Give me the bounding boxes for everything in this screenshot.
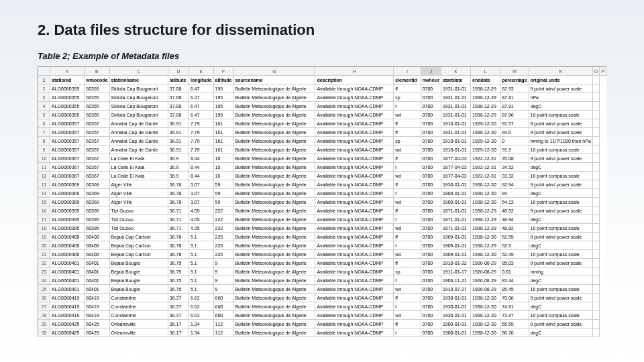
- cell[interactable]: ff: [394, 294, 421, 302]
- cell[interactable]: 1929-12-30: [471, 119, 500, 128]
- cell[interactable]: 5.1: [189, 276, 214, 285]
- cell[interactable]: 9: [213, 285, 233, 294]
- cell[interactable]: 161: [213, 137, 233, 145]
- cell[interactable]: degC: [529, 189, 592, 198]
- cell[interactable]: t: [394, 189, 421, 198]
- header-cell[interactable]: elementid: [394, 76, 421, 84]
- cell[interactable]: ALG0060401: [50, 276, 85, 285]
- col-H[interactable]: H: [315, 67, 394, 76]
- cell[interactable]: 6.47: [189, 102, 214, 111]
- cell[interactable]: 225: [213, 241, 233, 250]
- cell[interactable]: Orleansville: [109, 320, 168, 328]
- cell[interactable]: 85.03: [500, 259, 529, 267]
- cell[interactable]: 60419: [85, 311, 109, 320]
- cell[interactable]: 1906-11-21: [441, 276, 470, 285]
- cell[interactable]: [592, 137, 600, 145]
- cell[interactable]: Bejaia Cap Carbon: [109, 241, 168, 250]
- cell[interactable]: Bulletin Meteorologique de Algerie: [233, 267, 315, 276]
- cell[interactable]: [592, 215, 600, 224]
- col-D[interactable]: D: [168, 67, 189, 76]
- cell[interactable]: wd: [394, 145, 421, 154]
- col-B[interactable]: B: [85, 67, 109, 76]
- cell[interactable]: Available through NOAA-CDMP: [315, 102, 394, 111]
- cell[interactable]: degC: [529, 102, 592, 111]
- cell[interactable]: ALG0060395: [50, 206, 85, 215]
- cell[interactable]: 0700: [421, 93, 441, 102]
- cell[interactable]: Bulletin Meteorologique de Algerie: [233, 137, 315, 145]
- cell[interactable]: 36.71: [168, 215, 189, 224]
- cell[interactable]: 59: [213, 180, 233, 189]
- cell[interactable]: [592, 267, 600, 276]
- header-cell[interactable]: enddate: [471, 76, 500, 84]
- cell[interactable]: 48.94: [500, 215, 529, 224]
- cell[interactable]: 85.45: [500, 285, 529, 294]
- cell[interactable]: 1938-12-29: [471, 84, 500, 93]
- cell[interactable]: 36.75: [168, 276, 189, 285]
- cell[interactable]: Available through NOAA-CDMP: [315, 137, 394, 145]
- cell[interactable]: 9: [213, 259, 233, 267]
- cell[interactable]: 0700: [421, 84, 441, 93]
- cell[interactable]: 112: [213, 328, 233, 337]
- row-num[interactable]: 11: [38, 163, 50, 172]
- cell[interactable]: 5.1: [189, 285, 214, 294]
- cell[interactable]: 16 point compass scale: [529, 285, 592, 294]
- cell[interactable]: La Calle El Kala: [109, 154, 168, 163]
- cell[interactable]: ALG0060400: [50, 250, 85, 259]
- cell[interactable]: t: [394, 276, 421, 285]
- cell[interactable]: 1900-01-01: [441, 198, 470, 206]
- col-K[interactable]: K: [441, 67, 470, 76]
- row-num[interactable]: 18: [38, 224, 50, 233]
- cell[interactable]: ALG0060357: [50, 128, 85, 137]
- cell[interactable]: 1938-12-29: [471, 111, 500, 119]
- row-num[interactable]: 1: [38, 76, 50, 84]
- cell[interactable]: 37.08: [168, 102, 189, 111]
- cell[interactable]: 1922-12-31: [471, 163, 500, 172]
- col-N[interactable]: N: [529, 67, 592, 76]
- cell[interactable]: 1909-01-01: [441, 241, 470, 250]
- cell[interactable]: ALG0060367: [50, 172, 85, 180]
- cell[interactable]: 7.79: [189, 137, 214, 145]
- cell[interactable]: 1938-12-30: [471, 189, 500, 198]
- cell[interactable]: ALG0060419: [50, 302, 85, 311]
- cell[interactable]: 0700: [421, 294, 441, 302]
- header-cell[interactable]: longitude: [189, 76, 214, 84]
- cell[interactable]: 1926-08-29: [471, 267, 500, 276]
- cell[interactable]: 1877-04-03: [441, 172, 470, 180]
- cell[interactable]: 0700: [421, 320, 441, 328]
- cell[interactable]: 9: [213, 276, 233, 285]
- header-cell[interactable]: startdate: [441, 76, 470, 84]
- cell[interactable]: ALG0060369: [50, 198, 85, 206]
- header-cell[interactable]: percentage: [500, 76, 529, 84]
- row-num[interactable]: 30: [38, 328, 50, 337]
- cell[interactable]: Bulletin Meteorologique de Algerie: [233, 154, 315, 163]
- cell[interactable]: 1922-12-31: [471, 154, 500, 163]
- cell[interactable]: ff: [394, 259, 421, 267]
- cell[interactable]: mmhg: [529, 267, 592, 276]
- cell[interactable]: [592, 294, 600, 302]
- cell[interactable]: 60425: [85, 328, 109, 337]
- cell[interactable]: 60357: [85, 137, 109, 145]
- cell[interactable]: Alger Ville: [109, 189, 168, 198]
- cell[interactable]: Annaba Cap de Garde: [109, 137, 168, 145]
- cell[interactable]: 16 point compass scale: [529, 224, 592, 233]
- col-E[interactable]: E: [189, 67, 214, 76]
- cell[interactable]: 60400: [85, 241, 109, 250]
- cell[interactable]: 36.71: [168, 206, 189, 215]
- cell[interactable]: 1930-01-01: [441, 180, 470, 189]
- cell[interactable]: [592, 102, 600, 111]
- row-num[interactable]: 2: [38, 84, 50, 93]
- cell[interactable]: 222: [213, 206, 233, 215]
- cell[interactable]: 0700: [421, 137, 441, 145]
- cell[interactable]: t: [394, 302, 421, 311]
- cell[interactable]: 9: [213, 267, 233, 276]
- cell[interactable]: 1938-12-30: [471, 311, 500, 320]
- cell[interactable]: 5.1: [189, 241, 214, 250]
- cell[interactable]: 1871-01-01: [441, 206, 470, 215]
- cell[interactable]: 225: [213, 250, 233, 259]
- cell[interactable]: [592, 302, 600, 311]
- cell[interactable]: Tizi Ouzou: [109, 206, 168, 215]
- cell[interactable]: Constantine: [109, 294, 168, 302]
- cell[interactable]: 60425: [85, 320, 109, 328]
- cell[interactable]: 0700: [421, 119, 441, 128]
- cell[interactable]: 94: [500, 189, 529, 198]
